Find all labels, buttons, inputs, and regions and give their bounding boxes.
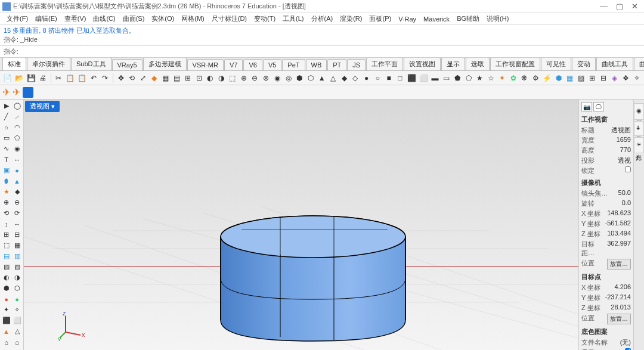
- minimize-button[interactable]: —: [600, 2, 608, 11]
- sidetab-display[interactable]: ➜ 快显: [634, 121, 644, 136]
- tab-pet[interactable]: PeT: [282, 59, 305, 70]
- prop-xc-value[interactable]: 148.623: [607, 209, 631, 218]
- tool-icon[interactable]: ●: [1, 294, 11, 304]
- tab-transform[interactable]: 变动: [572, 58, 596, 70]
- tab-v7[interactable]: V7: [224, 59, 243, 70]
- tool-icon[interactable]: ◆: [339, 73, 349, 83]
- tab-cplane[interactable]: 工作平面: [366, 58, 403, 70]
- menu-help[interactable]: 说明(H): [484, 13, 512, 24]
- tool-icon[interactable]: ▦: [565, 73, 575, 83]
- tool-icon[interactable]: ⊟: [599, 73, 608, 83]
- prop-lock-checkbox[interactable]: [625, 166, 631, 172]
- tool-icon[interactable]: ◇: [351, 73, 360, 83]
- tool-icon[interactable]: ◆: [12, 187, 22, 197]
- tool-icon[interactable]: ⬜: [12, 315, 22, 326]
- box-icon[interactable]: ▣: [1, 165, 11, 175]
- tool-icon[interactable]: ↕: [1, 219, 11, 229]
- tab-display[interactable]: 显示: [441, 58, 465, 70]
- menu-edit[interactable]: 编辑(E): [32, 13, 60, 24]
- tool-icon[interactable]: ⊞: [183, 73, 193, 83]
- tool-icon[interactable]: ⬚: [1, 240, 11, 250]
- rotate-icon[interactable]: ⟲: [127, 73, 137, 83]
- tool-icon[interactable]: ▨: [577, 73, 586, 83]
- close-button[interactable]: ✕: [631, 2, 638, 11]
- tool-icon[interactable]: ⬟: [453, 73, 462, 83]
- tool-icon[interactable]: ▲: [1, 326, 11, 336]
- tab-poly[interactable]: 多边形建模: [143, 58, 187, 70]
- tool-icon[interactable]: ⟳: [12, 208, 22, 218]
- tool-icon[interactable]: △: [329, 73, 338, 83]
- tool-icon[interactable]: ⬛: [407, 73, 417, 83]
- tool-icon[interactable]: ⟲: [1, 208, 11, 218]
- tab-visibility[interactable]: 可见性: [541, 58, 571, 70]
- airplane-icon[interactable]: ✈: [2, 86, 10, 98]
- pointer-icon[interactable]: ▶: [1, 101, 11, 111]
- scale-icon[interactable]: ⤢: [138, 73, 148, 83]
- prop-yc-value[interactable]: -561.582: [605, 219, 631, 228]
- tool-icon[interactable]: ❖: [621, 73, 631, 83]
- tool-icon[interactable]: ❋: [520, 73, 530, 83]
- polygon-icon[interactable]: ⬠: [12, 133, 22, 143]
- cylinder-icon[interactable]: ⬮: [1, 176, 11, 186]
- tool-icon[interactable]: ⬡: [306, 73, 315, 83]
- tool-icon[interactable]: ⊗: [261, 73, 271, 83]
- prop-rot-value[interactable]: 0.0: [622, 199, 631, 208]
- tool-icon[interactable]: ⌂: [1, 337, 11, 347]
- tool-icon[interactable]: ✧: [12, 305, 22, 315]
- menu-maverick[interactable]: Maverick: [420, 14, 453, 24]
- tool-icon[interactable]: ▤: [172, 73, 181, 83]
- menu-render[interactable]: 渲染(R): [337, 13, 365, 24]
- tool-icon[interactable]: ★: [475, 73, 485, 83]
- command-line[interactable]: 指令:: [0, 46, 644, 58]
- tool-icon[interactable]: ▥: [12, 251, 22, 261]
- tool-icon[interactable]: ○: [373, 73, 383, 83]
- undo-icon[interactable]: ↶: [89, 73, 98, 83]
- tool-icon[interactable]: ⬡: [12, 283, 22, 293]
- tab-js[interactable]: JS: [347, 59, 366, 70]
- tab-vsrmr[interactable]: VSR-MR: [187, 59, 224, 70]
- tool-icon[interactable]: ⬚: [228, 73, 237, 83]
- menu-surface[interactable]: 曲面(S): [120, 13, 148, 24]
- text-icon[interactable]: T: [1, 154, 11, 165]
- tab-subd[interactable]: SubD工具: [71, 58, 112, 70]
- tool-icon[interactable]: ◐: [1, 272, 11, 283]
- menu-bg[interactable]: BG辅助: [454, 13, 482, 24]
- tab-setview[interactable]: 设置视图: [404, 58, 441, 70]
- tool-icon[interactable]: ◆: [150, 73, 159, 83]
- place-button[interactable]: 放置…: [607, 259, 631, 270]
- tool-icon[interactable]: ■: [384, 73, 394, 83]
- tool-icon[interactable]: ▨: [1, 262, 11, 272]
- tool-icon[interactable]: ⬠: [464, 73, 473, 83]
- sidetab-properties[interactable]: ◉ 属性: [634, 103, 644, 120]
- sphere-icon[interactable]: ●: [12, 165, 22, 175]
- tool-icon[interactable]: ⬜: [419, 73, 429, 83]
- tool-icon[interactable]: ⬢: [295, 73, 304, 83]
- tool-icon[interactable]: ▦: [12, 240, 22, 250]
- paste-icon[interactable]: 📋: [77, 73, 87, 83]
- save-icon[interactable]: 💾: [26, 73, 36, 83]
- line-icon[interactable]: ╱: [1, 111, 11, 122]
- menu-solid[interactable]: 实体(O): [148, 13, 177, 24]
- tool-icon[interactable]: ⊟: [12, 230, 22, 240]
- tool-icon[interactable]: ⊞: [587, 73, 597, 83]
- command-input[interactable]: [20, 48, 640, 55]
- tool-icon[interactable]: ▤: [1, 251, 11, 261]
- tool-icon[interactable]: ⊞: [1, 230, 11, 240]
- tab-v6[interactable]: V6: [243, 59, 262, 70]
- tab-zrm[interactable]: 卓尔谟插件: [27, 58, 70, 70]
- move-icon[interactable]: ✥: [116, 73, 126, 83]
- prop-proj-value[interactable]: 透视: [618, 156, 631, 165]
- tab-wb[interactable]: WB: [306, 59, 327, 70]
- tool-icon[interactable]: ◐: [206, 73, 215, 83]
- prop-title-value[interactable]: 透视图: [611, 126, 631, 135]
- arc-icon[interactable]: ◠: [12, 122, 22, 132]
- tool-icon[interactable]: ⚡: [542, 73, 552, 83]
- prop-dist-value[interactable]: 362.997: [607, 240, 631, 258]
- curve-icon[interactable]: ∿: [1, 144, 11, 154]
- tab-standard[interactable]: 标准: [2, 58, 26, 70]
- menu-analyze[interactable]: 分析(A): [308, 13, 336, 24]
- tab-pt[interactable]: PT: [327, 59, 346, 70]
- tool-icon[interactable]: ↔: [12, 219, 22, 229]
- menu-transform[interactable]: 变动(T): [251, 13, 278, 24]
- tool-icon[interactable]: ⚙: [531, 73, 540, 83]
